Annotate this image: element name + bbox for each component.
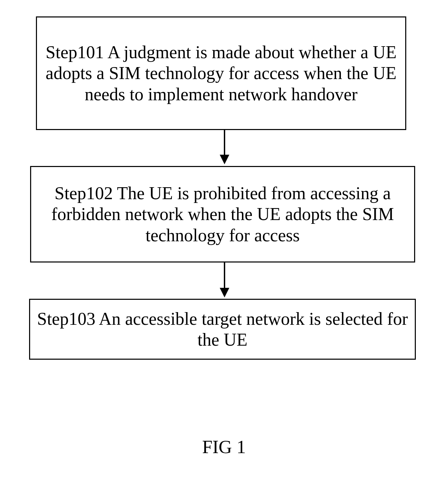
flowchart-arrow-1	[218, 130, 231, 166]
flowchart-node-step103: Step103 An accessible target network is …	[29, 299, 416, 360]
flowchart-node-step102: Step102 The UE is prohibited from access…	[30, 166, 415, 262]
flowchart-node-step101: Step101 A judgment is made about whether…	[36, 16, 406, 130]
figure-caption: FIG 1	[0, 436, 448, 458]
svg-marker-3	[220, 288, 229, 297]
node-label: Step102 The UE is prohibited from access…	[37, 183, 408, 246]
flowchart-canvas: Step101 A judgment is made about whether…	[0, 0, 448, 487]
svg-marker-1	[220, 155, 229, 164]
flowchart-arrow-2	[218, 262, 231, 299]
node-label: Step103 An accessible target network is …	[36, 308, 409, 350]
node-label: Step101 A judgment is made about whether…	[43, 42, 399, 105]
